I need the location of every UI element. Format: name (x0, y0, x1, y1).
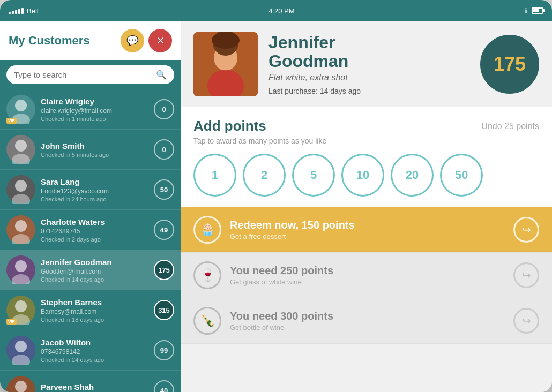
customer-header: Jennifer Goodman Flat white, extra shot … (181, 21, 552, 107)
svg-point-6 (15, 220, 27, 232)
reward-action-button[interactable]: ↪ (513, 217, 539, 243)
customer-email: 07346798142 (41, 348, 154, 356)
sidebar-header: My Customers 💬 ✕ (0, 21, 181, 60)
customer-item[interactable]: Parveen Shah Checked in 33 days ago 40 (0, 371, 181, 392)
customer-checkin: Checked in 24 hours ago (41, 196, 154, 202)
search-input[interactable] (14, 70, 152, 79)
customer-item[interactable]: Jacob Wilton 07346798142 Checked in 24 d… (0, 330, 181, 371)
customer-info: John Smith Checked in 5 minutes ago (41, 141, 154, 158)
avatar-wrapper: VIP (6, 95, 35, 124)
svg-point-14 (15, 381, 27, 392)
points-badge: 175 (154, 260, 174, 280)
sidebar-title: My Customers (9, 34, 90, 48)
avatar (6, 376, 35, 392)
avatar-wrapper (6, 135, 35, 164)
point-value-button[interactable]: 20 (391, 154, 434, 197)
reward-action-button[interactable]: ↪ (513, 308, 539, 334)
customer-name: Sara Lang (41, 177, 154, 186)
reward-item: 🍾 You need 300 points Get bottle of wine… (181, 298, 552, 344)
customer-item[interactable]: VIP Claire Wrigley claire.wrigley@fmail.… (0, 89, 181, 130)
svg-point-20 (212, 32, 240, 49)
reward-info: You need 300 points Get bottle of wine (230, 310, 505, 331)
close-button[interactable]: ✕ (148, 29, 172, 52)
add-points-section: Add points Undo 25 points Tap to award a… (181, 107, 552, 207)
customer-item[interactable]: John Smith Checked in 5 minutes ago 0 (0, 130, 181, 170)
point-value-button[interactable]: 10 (341, 154, 384, 197)
point-value-button[interactable]: 5 (292, 154, 335, 197)
customer-checkin: Checked in 2 days ago (41, 236, 154, 243)
avatar-wrapper (6, 175, 35, 204)
customer-checkin: Checked in 5 minutes ago (41, 152, 154, 158)
svg-point-2 (15, 140, 27, 152)
customer-photo (193, 32, 258, 96)
status-bar: Bell 4:20 PM ℹ (0, 0, 552, 21)
customer-name: John Smith (41, 141, 154, 150)
customer-item[interactable]: Jennifer Goodman GoodJen@fmail.com Check… (0, 250, 181, 290)
customer-preference: Flat white, extra shot (268, 73, 469, 82)
points-badge: 49 (154, 220, 174, 240)
vip-badge: VIP (6, 118, 17, 124)
avatar (6, 175, 35, 204)
search-container: 🔍 (0, 60, 181, 89)
point-value-button[interactable]: 1 (193, 154, 236, 197)
customer-checkin: Checked in 1 minute ago (41, 116, 154, 122)
customer-item[interactable]: Charlotte Waters 07142689745 Checked in … (0, 210, 181, 250)
reward-subtitle: Get bottle of wine (230, 323, 505, 331)
points-badge: 50 (154, 179, 174, 200)
signal-icon (9, 8, 24, 14)
rewards-section: 🧁 Redeem now, 150 points Get a free dess… (181, 207, 552, 392)
point-value-button[interactable]: 2 (243, 154, 286, 197)
customer-checkin: Checked in 24 days ago (41, 357, 154, 363)
reward-icon: 🧁 (193, 216, 221, 244)
add-points-title: Add points (193, 118, 266, 134)
customer-detail: Jennifer Goodman Flat white, extra shot … (268, 33, 469, 95)
sidebar: My Customers 💬 ✕ 🔍 (0, 21, 181, 392)
reward-icon: 🍾 (193, 307, 221, 335)
reward-action-button[interactable]: ↪ (513, 262, 539, 288)
avatar (6, 135, 35, 164)
reward-subtitle: Get a free dessert (230, 232, 505, 240)
undo-button[interactable]: Undo 25 points (481, 122, 539, 131)
reward-subtitle: Get glass of white wine (230, 278, 505, 286)
reward-item: 🧁 Redeem now, 150 points Get a free dess… (181, 207, 552, 253)
customer-item[interactable]: VIP Stephen Barnes Barnesy@mail.com Chec… (0, 290, 181, 330)
chat-button[interactable]: 💬 (121, 29, 144, 52)
customer-checkin: Checked in 18 days ago (41, 316, 154, 323)
points-circle: 175 (480, 35, 539, 94)
customer-name: Charlotte Waters (41, 217, 154, 227)
customer-info: Parveen Shah Checked in 33 days ago (41, 382, 154, 393)
avatar-wrapper (6, 255, 35, 284)
customer-info: Sara Lang Foodie123@yavoo.com Checked in… (41, 177, 154, 202)
search-box: 🔍 (6, 65, 174, 84)
customer-item[interactable]: Sara Lang Foodie123@yavoo.com Checked in… (0, 170, 181, 210)
customer-email: 07142689745 (41, 228, 154, 235)
avatar (6, 255, 35, 284)
avatar-wrapper (6, 336, 35, 365)
points-number: 175 (494, 53, 526, 76)
reward-title: You need 300 points (230, 310, 505, 322)
reward-info: Redeem now, 150 points Get a free desser… (230, 219, 505, 240)
carrier-label: Bell (27, 7, 39, 15)
svg-point-13 (12, 355, 30, 365)
reward-title: Redeem now, 150 points (230, 219, 505, 231)
clock: 4:20 PM (268, 7, 294, 15)
right-panel: Jennifer Goodman Flat white, extra shot … (181, 21, 552, 392)
avatar-wrapper: VIP (6, 296, 35, 325)
customer-list: VIP Claire Wrigley claire.wrigley@fmail.… (0, 89, 181, 392)
svg-point-8 (15, 260, 27, 272)
customer-checkin: Checked in 14 days ago (41, 276, 154, 283)
point-value-button[interactable]: 50 (440, 154, 483, 197)
points-badge: 99 (154, 340, 174, 360)
customer-last-purchase: Last purchase: 14 days ago (268, 87, 469, 95)
customer-info: Stephen Barnes Barnesy@mail.com Checked … (41, 298, 154, 323)
avatar (6, 215, 35, 244)
add-points-header: Add points Undo 25 points (193, 118, 539, 134)
points-buttons: 125102050 (193, 154, 539, 197)
avatar-wrapper (6, 215, 35, 244)
svg-point-12 (15, 341, 27, 352)
customer-name: Parveen Shah (41, 382, 154, 391)
points-badge: 40 (154, 380, 174, 392)
points-badge: 315 (154, 300, 174, 320)
svg-point-10 (15, 300, 27, 312)
customer-email: claire.wrigley@fmail.com (41, 107, 154, 115)
